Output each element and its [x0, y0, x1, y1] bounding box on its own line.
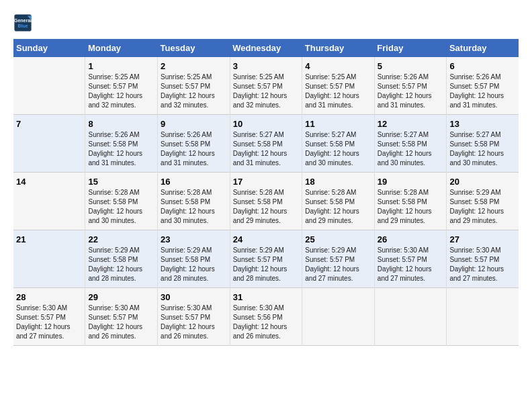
header-thursday: Thursday [302, 39, 375, 57]
calendar-cell: 23Sunrise: 5:29 AM Sunset: 5:58 PM Dayli… [158, 230, 230, 288]
calendar-cell: 24Sunrise: 5:29 AM Sunset: 5:57 PM Dayli… [230, 230, 302, 288]
calendar-cell: 15Sunrise: 5:28 AM Sunset: 5:58 PM Dayli… [85, 173, 158, 230]
header-tuesday: Tuesday [158, 39, 230, 57]
day-number: 1 [88, 61, 154, 71]
day-number: 31 [233, 292, 300, 302]
svg-text:Blue: Blue [17, 24, 28, 28]
day-info: Sunrise: 5:27 AM Sunset: 5:58 PM Dayligh… [378, 130, 444, 168]
day-info: Sunrise: 5:27 AM Sunset: 5:58 PM Dayligh… [233, 130, 300, 168]
day-info: Sunrise: 5:26 AM Sunset: 5:57 PM Dayligh… [449, 73, 516, 110]
day-number: 28 [16, 292, 82, 302]
day-number: 12 [378, 119, 444, 129]
day-info: Sunrise: 5:30 AM Sunset: 5:57 PM Dayligh… [16, 304, 82, 341]
calendar-cell: 20Sunrise: 5:29 AM Sunset: 5:58 PM Dayli… [447, 173, 519, 230]
day-info: Sunrise: 5:28 AM Sunset: 5:58 PM Dayligh… [305, 188, 371, 226]
calendar-cell: 19Sunrise: 5:28 AM Sunset: 5:58 PM Dayli… [374, 173, 447, 230]
day-number: 4 [305, 61, 371, 71]
day-info: Sunrise: 5:29 AM Sunset: 5:58 PM Dayligh… [88, 246, 154, 283]
calendar-cell: 30Sunrise: 5:30 AM Sunset: 5:57 PM Dayli… [158, 288, 230, 346]
calendar-cell: 28Sunrise: 5:30 AM Sunset: 5:57 PM Dayli… [13, 288, 85, 346]
day-number: 22 [88, 234, 154, 244]
calendar-cell: 5Sunrise: 5:26 AM Sunset: 5:57 PM Daylig… [374, 57, 447, 115]
day-number: 5 [378, 61, 444, 71]
day-number: 9 [161, 119, 227, 129]
day-info: Sunrise: 5:30 AM Sunset: 5:56 PM Dayligh… [233, 304, 300, 341]
week-row-5: 28Sunrise: 5:30 AM Sunset: 5:57 PM Dayli… [13, 288, 519, 346]
calendar-cell: 6Sunrise: 5:26 AM Sunset: 5:57 PM Daylig… [447, 57, 519, 115]
day-number: 2 [161, 61, 227, 71]
calendar-cell: 21 [13, 230, 85, 288]
calendar-cell: 12Sunrise: 5:27 AM Sunset: 5:58 PM Dayli… [374, 115, 447, 173]
day-info: Sunrise: 5:30 AM Sunset: 5:57 PM Dayligh… [161, 304, 227, 341]
day-info: Sunrise: 5:26 AM Sunset: 5:57 PM Dayligh… [378, 73, 444, 110]
calendar-cell: 13Sunrise: 5:27 AM Sunset: 5:58 PM Dayli… [447, 115, 519, 173]
calendar-cell: 16Sunrise: 5:28 AM Sunset: 5:58 PM Dayli… [158, 173, 230, 230]
day-number: 19 [378, 177, 444, 187]
header-wednesday: Wednesday [230, 39, 302, 57]
header-row: SundayMondayTuesdayWednesdayThursdayFrid… [13, 39, 519, 57]
calendar-cell: 3Sunrise: 5:25 AM Sunset: 5:57 PM Daylig… [230, 57, 302, 115]
day-info: Sunrise: 5:29 AM Sunset: 5:57 PM Dayligh… [305, 246, 371, 283]
day-number: 27 [449, 234, 516, 244]
day-info: Sunrise: 5:27 AM Sunset: 5:58 PM Dayligh… [449, 130, 516, 168]
day-number: 7 [16, 119, 82, 129]
day-number: 26 [378, 234, 444, 244]
page-header: General Blue [13, 13, 519, 32]
calendar-cell [447, 288, 519, 346]
day-number: 25 [305, 234, 371, 244]
day-number: 6 [449, 61, 516, 71]
week-row-4: 2122Sunrise: 5:29 AM Sunset: 5:58 PM Day… [13, 230, 519, 288]
day-number: 11 [305, 119, 371, 129]
header-saturday: Saturday [447, 39, 519, 57]
day-info: Sunrise: 5:26 AM Sunset: 5:58 PM Dayligh… [88, 130, 154, 168]
day-info: Sunrise: 5:29 AM Sunset: 5:57 PM Dayligh… [233, 246, 300, 283]
calendar-cell [302, 288, 375, 346]
day-number: 16 [161, 177, 227, 187]
day-info: Sunrise: 5:28 AM Sunset: 5:58 PM Dayligh… [88, 188, 154, 226]
header-sunday: Sunday [13, 39, 85, 57]
calendar-cell: 1Sunrise: 5:25 AM Sunset: 5:57 PM Daylig… [85, 57, 158, 115]
day-info: Sunrise: 5:29 AM Sunset: 5:58 PM Dayligh… [161, 246, 227, 283]
calendar-cell: 4Sunrise: 5:25 AM Sunset: 5:57 PM Daylig… [302, 57, 375, 115]
calendar-cell [13, 57, 85, 115]
calendar-cell: 31Sunrise: 5:30 AM Sunset: 5:56 PM Dayli… [230, 288, 302, 346]
day-info: Sunrise: 5:28 AM Sunset: 5:58 PM Dayligh… [378, 188, 444, 226]
day-info: Sunrise: 5:28 AM Sunset: 5:58 PM Dayligh… [233, 188, 300, 226]
calendar-table: SundayMondayTuesdayWednesdayThursdayFrid… [13, 39, 519, 346]
day-number: 14 [16, 177, 82, 187]
calendar-cell: 29Sunrise: 5:30 AM Sunset: 5:57 PM Dayli… [85, 288, 158, 346]
calendar-cell: 11Sunrise: 5:27 AM Sunset: 5:58 PM Dayli… [302, 115, 375, 173]
day-number: 23 [161, 234, 227, 244]
day-number: 10 [233, 119, 300, 129]
day-info: Sunrise: 5:26 AM Sunset: 5:58 PM Dayligh… [161, 130, 227, 168]
week-row-2: 78Sunrise: 5:26 AM Sunset: 5:58 PM Dayli… [13, 115, 519, 173]
calendar-cell: 2Sunrise: 5:25 AM Sunset: 5:57 PM Daylig… [158, 57, 230, 115]
day-info: Sunrise: 5:30 AM Sunset: 5:57 PM Dayligh… [378, 246, 444, 283]
day-info: Sunrise: 5:29 AM Sunset: 5:58 PM Dayligh… [449, 188, 516, 226]
calendar-cell: 18Sunrise: 5:28 AM Sunset: 5:58 PM Dayli… [302, 173, 375, 230]
day-number: 13 [449, 119, 516, 129]
week-row-1: 1Sunrise: 5:25 AM Sunset: 5:57 PM Daylig… [13, 57, 519, 115]
day-number: 29 [88, 292, 154, 302]
calendar-cell: 26Sunrise: 5:30 AM Sunset: 5:57 PM Dayli… [374, 230, 447, 288]
day-number: 18 [305, 177, 371, 187]
svg-text:General: General [14, 18, 32, 23]
day-number: 15 [88, 177, 154, 187]
day-number: 30 [161, 292, 227, 302]
calendar-cell: 27Sunrise: 5:30 AM Sunset: 5:57 PM Dayli… [447, 230, 519, 288]
header-friday: Friday [374, 39, 447, 57]
day-number: 21 [16, 234, 82, 244]
day-info: Sunrise: 5:27 AM Sunset: 5:58 PM Dayligh… [305, 130, 371, 168]
day-number: 24 [233, 234, 300, 244]
day-info: Sunrise: 5:25 AM Sunset: 5:57 PM Dayligh… [305, 73, 371, 110]
calendar-cell: 9Sunrise: 5:26 AM Sunset: 5:58 PM Daylig… [158, 115, 230, 173]
logo: General Blue [13, 13, 35, 32]
day-number: 8 [88, 119, 154, 129]
calendar-cell: 17Sunrise: 5:28 AM Sunset: 5:58 PM Dayli… [230, 173, 302, 230]
calendar-cell: 10Sunrise: 5:27 AM Sunset: 5:58 PM Dayli… [230, 115, 302, 173]
day-info: Sunrise: 5:25 AM Sunset: 5:57 PM Dayligh… [161, 73, 227, 110]
day-info: Sunrise: 5:28 AM Sunset: 5:58 PM Dayligh… [161, 188, 227, 226]
day-info: Sunrise: 5:25 AM Sunset: 5:57 PM Dayligh… [88, 73, 154, 110]
calendar-cell: 14 [13, 173, 85, 230]
day-info: Sunrise: 5:25 AM Sunset: 5:57 PM Dayligh… [233, 73, 300, 110]
